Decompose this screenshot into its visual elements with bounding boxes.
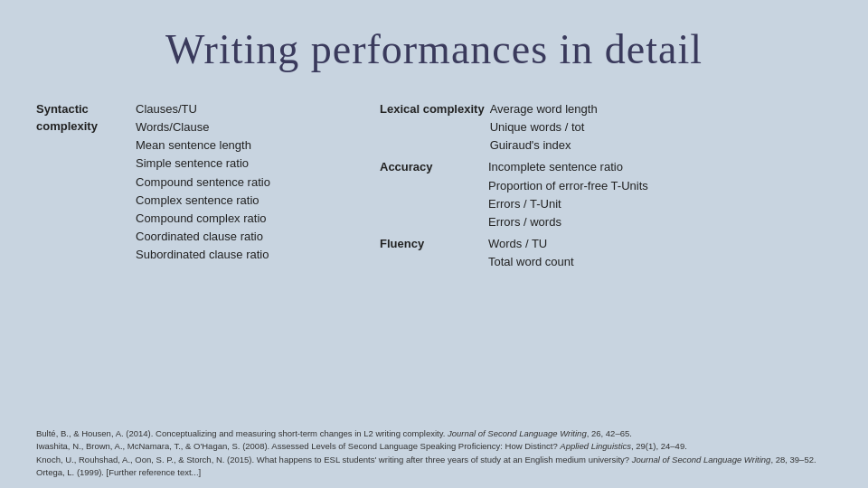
list-item: Mean sentence length bbox=[136, 136, 270, 155]
syntactic-label: Syntacticcomplexity bbox=[36, 102, 98, 133]
syntactic-items-col: Clauses/TU Words/Clause Mean sentence le… bbox=[136, 100, 270, 415]
slide: Writing performances in detail Syntactic… bbox=[0, 0, 868, 488]
lexical-section: Lexical complexity Average word length U… bbox=[380, 100, 832, 415]
list-item: Simple sentence ratio bbox=[136, 155, 270, 173]
content-section: Syntacticcomplexity Clauses/TU Words/Cla… bbox=[0, 91, 868, 415]
list-item: Errors / words bbox=[488, 213, 832, 231]
reference-2: Iwashita, N., Brown, A., McNamara, T., &… bbox=[36, 440, 832, 453]
syntactic-section: Syntacticcomplexity Clauses/TU Words/Cla… bbox=[36, 100, 380, 415]
reference-4: Ortega, L. (1999). [Further reference te… bbox=[36, 466, 832, 479]
list-item: Errors / T-Unit bbox=[488, 195, 832, 213]
lexical-group-fluency: Fluency Words / TU Total word count bbox=[380, 235, 832, 271]
lexical-complexity-label: Lexical complexity bbox=[380, 100, 490, 155]
reference-1: Bulté, B., & Housen, A. (2014). Conceptu… bbox=[36, 427, 832, 440]
references-section: Bulté, B., & Housen, A. (2014). Conceptu… bbox=[0, 415, 868, 488]
syntactic-label-col: Syntacticcomplexity bbox=[36, 100, 136, 415]
list-item: Unique words / tot bbox=[490, 118, 832, 136]
list-item: Compound sentence ratio bbox=[136, 174, 270, 192]
page-title: Writing performances in detail bbox=[36, 25, 832, 73]
list-item: Total word count bbox=[488, 253, 832, 271]
lexical-groups: Lexical complexity Average word length U… bbox=[380, 100, 832, 415]
list-item: Incomplete sentence ratio bbox=[488, 158, 832, 176]
fluency-label: Fluency bbox=[380, 235, 488, 271]
list-item: Coordinated clause ratio bbox=[136, 228, 270, 246]
lexical-group-accuracy: Accuracy Incomplete sentence ratio Propo… bbox=[380, 158, 832, 231]
list-item: Complex sentence ratio bbox=[136, 192, 270, 210]
list-item: Proportion of error-free T-Units bbox=[488, 177, 832, 195]
list-item: Compound complex ratio bbox=[136, 210, 270, 228]
list-item: Words/Clause bbox=[136, 118, 270, 136]
list-item: Average word length bbox=[490, 100, 832, 118]
lexical-group-lexical: Lexical complexity Average word length U… bbox=[380, 100, 832, 155]
fluency-items: Words / TU Total word count bbox=[488, 235, 832, 271]
accuracy-label: Accuracy bbox=[380, 158, 488, 231]
reference-3: Knoch, U., Rouhshad, A., Oon, S. P., & S… bbox=[36, 454, 832, 466]
list-item: Subordinated clause ratio bbox=[136, 246, 270, 264]
list-item: Guiraud's index bbox=[490, 136, 832, 155]
list-item: Clauses/TU bbox=[136, 100, 270, 118]
accuracy-items: Incomplete sentence ratio Proportion of … bbox=[488, 158, 832, 231]
title-section: Writing performances in detail bbox=[0, 0, 868, 91]
list-item: Words / TU bbox=[488, 235, 832, 253]
lexical-complexity-items: Average word length Unique words / tot G… bbox=[490, 100, 832, 155]
